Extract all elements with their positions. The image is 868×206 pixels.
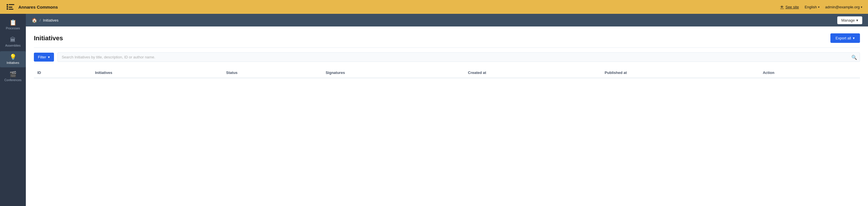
initiatives-table: ID Initiatives Status Signatures Created… bbox=[34, 68, 860, 78]
page-header: Initiatives Export all ▾ bbox=[34, 33, 860, 43]
svg-rect-0 bbox=[7, 4, 8, 5]
chevron-down-icon: ▾ bbox=[48, 55, 50, 59]
col-id: ID bbox=[34, 68, 92, 78]
language-selector[interactable]: English ▾ bbox=[805, 5, 819, 9]
chevron-down-icon: ▾ bbox=[818, 5, 819, 9]
sidebar: 📋 Processes 🏛 Assemblies 💡 Initiatives 🎬… bbox=[0, 14, 26, 206]
decidim-logo-icon bbox=[6, 2, 15, 11]
site-title: Annares Commons bbox=[19, 5, 58, 9]
breadcrumb: 🏠 / Initiatives bbox=[32, 18, 59, 23]
sidebar-item-processes[interactable]: 📋 Processes bbox=[0, 17, 26, 33]
svg-rect-5 bbox=[9, 9, 13, 9]
manage-button[interactable]: Manage ▾ bbox=[837, 17, 862, 24]
sidebar-item-assemblies[interactable]: 🏛 Assemblies bbox=[0, 34, 26, 50]
sidebar-label-conferences: Conferences bbox=[4, 78, 22, 82]
search-wrapper: 🔍 bbox=[57, 52, 860, 62]
language-label: English bbox=[805, 5, 817, 9]
topbar-right: 👁 See site English ▾ admin@example.org ▾ bbox=[780, 5, 862, 9]
col-status: Status bbox=[223, 68, 322, 78]
chevron-down-icon: ▾ bbox=[861, 5, 862, 9]
search-input[interactable] bbox=[57, 52, 860, 62]
col-initiatives: Initiatives bbox=[92, 68, 223, 78]
sidebar-label-initiatives: Initiatives bbox=[7, 61, 19, 65]
filter-row: Filter ▾ 🔍 bbox=[34, 52, 860, 62]
breadcrumb-bar: 🏠 / Initiatives Manage ▾ bbox=[26, 14, 868, 26]
assemblies-icon: 🏛 bbox=[10, 37, 16, 43]
chevron-down-icon: ▾ bbox=[856, 18, 858, 22]
search-icon: 🔍 bbox=[851, 55, 857, 59]
sidebar-item-conferences[interactable]: 🎬 Conferences bbox=[0, 69, 26, 84]
processes-icon: 📋 bbox=[9, 20, 17, 25]
filter-button[interactable]: Filter ▾ bbox=[34, 53, 54, 61]
export-all-button[interactable]: Export all ▾ bbox=[830, 33, 860, 43]
sidebar-label-assemblies: Assemblies bbox=[5, 44, 21, 47]
col-action: Action bbox=[759, 68, 860, 78]
sidebar-label-processes: Processes bbox=[6, 26, 20, 30]
main-layout: 📋 Processes 🏛 Assemblies 💡 Initiatives 🎬… bbox=[0, 14, 868, 206]
svg-rect-1 bbox=[7, 6, 8, 8]
user-email: admin@example.org bbox=[825, 5, 860, 9]
sidebar-item-initiatives[interactable]: 💡 Initiatives bbox=[0, 51, 26, 67]
eye-icon: 👁 bbox=[780, 5, 784, 9]
see-site-text: See site bbox=[785, 5, 799, 9]
initiatives-icon: 💡 bbox=[9, 54, 17, 60]
col-created-at: Created at bbox=[464, 68, 601, 78]
svg-rect-4 bbox=[9, 7, 12, 7]
svg-rect-3 bbox=[9, 4, 14, 5]
see-site-link[interactable]: 👁 See site bbox=[780, 5, 799, 9]
decidim-logo bbox=[6, 2, 15, 11]
breadcrumb-separator: / bbox=[40, 18, 41, 22]
conferences-icon: 🎬 bbox=[9, 71, 17, 77]
page-content: Initiatives Export all ▾ Filter ▾ 🔍 bbox=[26, 26, 868, 206]
user-menu[interactable]: admin@example.org ▾ bbox=[825, 5, 862, 9]
manage-label: Manage bbox=[841, 18, 855, 22]
svg-rect-2 bbox=[7, 8, 8, 10]
filter-label: Filter bbox=[38, 55, 46, 59]
topbar: Annares Commons 👁 See site English ▾ adm… bbox=[0, 0, 868, 14]
content-area: 🏠 / Initiatives Manage ▾ Initiatives Exp… bbox=[26, 14, 868, 206]
breadcrumb-current: Initiatives bbox=[43, 18, 59, 22]
topbar-left: Annares Commons bbox=[6, 2, 58, 11]
table-wrapper: ID Initiatives Status Signatures Created… bbox=[34, 68, 860, 78]
search-button[interactable]: 🔍 bbox=[851, 54, 857, 60]
table-header-row: ID Initiatives Status Signatures Created… bbox=[34, 68, 860, 78]
chevron-down-icon: ▾ bbox=[853, 36, 855, 40]
col-published-at: Published at bbox=[601, 68, 760, 78]
table-header: ID Initiatives Status Signatures Created… bbox=[34, 68, 860, 78]
home-icon[interactable]: 🏠 bbox=[32, 18, 37, 23]
export-label: Export all bbox=[836, 36, 851, 40]
col-signatures: Signatures bbox=[322, 68, 464, 78]
page-title: Initiatives bbox=[34, 34, 63, 42]
